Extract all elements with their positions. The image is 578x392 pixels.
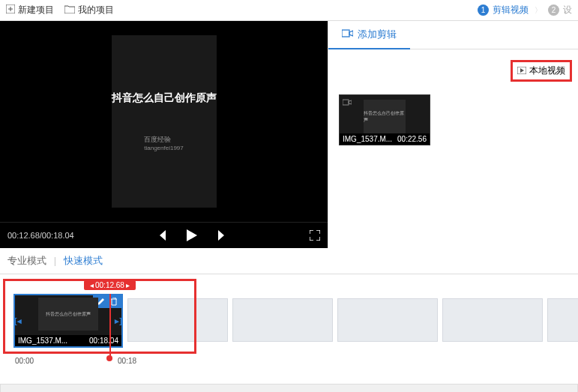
svg-rect-3 bbox=[342, 30, 349, 37]
video-canvas[interactable]: 抖音怎么自己创作原声 百度经验 tiangenfei1997 bbox=[0, 21, 328, 222]
tab-add-label: 添加剪辑 bbox=[358, 28, 397, 41]
empty-slot[interactable] bbox=[547, 298, 578, 342]
step-2-label: 设 bbox=[563, 4, 572, 16]
my-projects-button[interactable]: 我的项目 bbox=[64, 4, 114, 16]
time-display: 00:12.68/00:18.04 bbox=[7, 231, 74, 240]
playback-buttons bbox=[157, 229, 227, 241]
play-button[interactable] bbox=[187, 229, 197, 241]
timeline: [◂ 抖音怎么自己创作原声 ▸] IMG_1537.M... 00:18.04 … bbox=[0, 274, 578, 392]
playhead-line bbox=[109, 294, 111, 357]
top-left-group: 新建项目 我的项目 bbox=[6, 4, 114, 16]
mode-divider: | bbox=[54, 255, 56, 266]
playhead[interactable]: ◂ 00:12.68 ▸ bbox=[84, 280, 136, 290]
video-sub2: tiangenfei1997 bbox=[144, 145, 184, 151]
horizontal-scrollbar[interactable] bbox=[0, 384, 578, 392]
fullscreen-button[interactable] bbox=[310, 230, 320, 241]
clip-label-bar: IMG_1537.M... 00:22.56 bbox=[340, 133, 430, 145]
step-1-number: 1 bbox=[478, 4, 489, 16]
folder-icon bbox=[64, 5, 75, 16]
playhead-dot bbox=[106, 355, 112, 361]
player-controls: 00:12.68/00:18.04 bbox=[0, 222, 328, 248]
svg-rect-5 bbox=[343, 100, 349, 105]
ruler-mark: 00:18 bbox=[118, 357, 136, 365]
clip-preview-text: 抖音怎么自己创作原声 bbox=[364, 110, 406, 124]
chevron-right-icon: 〉 bbox=[535, 5, 542, 16]
clip-duration: 00:22.56 bbox=[397, 135, 427, 143]
local-video-button[interactable]: 本地视频 bbox=[511, 60, 572, 82]
step-2-number: 2 bbox=[548, 4, 559, 16]
camera-small-icon bbox=[343, 98, 352, 107]
play-icon bbox=[517, 66, 526, 76]
camera-icon bbox=[342, 28, 353, 40]
video-player: 抖音怎么自己创作原声 百度经验 tiangenfei1997 00:12.68/… bbox=[0, 21, 328, 248]
step-2[interactable]: 2 设 bbox=[548, 4, 572, 16]
highlight-box bbox=[3, 279, 196, 354]
ruler-mark: 00:00 bbox=[15, 357, 34, 365]
step-1-label: 剪辑视频 bbox=[493, 4, 529, 16]
tab-add-clip[interactable]: 添加剪辑 bbox=[328, 21, 410, 49]
plus-icon bbox=[6, 4, 15, 16]
main-area: 抖音怎么自己创作原声 百度经验 tiangenfei1997 00:12.68/… bbox=[0, 21, 578, 248]
arrow-left-icon: ◂ bbox=[90, 281, 94, 289]
arrow-right-icon: ▸ bbox=[126, 281, 130, 289]
clip-name: IMG_1537.M... bbox=[343, 135, 392, 143]
prev-button[interactable] bbox=[157, 230, 166, 241]
next-button[interactable] bbox=[218, 230, 227, 241]
steps-nav: 1 剪辑视频 〉 2 设 bbox=[478, 4, 572, 16]
video-title-text: 抖音怎么自己创作原声 bbox=[112, 91, 217, 105]
mode-switcher: 专业模式 | 快速模式 bbox=[0, 248, 578, 274]
clip-item[interactable]: 抖音怎么自己创作原声 IMG_1537.M... 00:22.56 bbox=[339, 94, 430, 145]
step-1[interactable]: 1 剪辑视频 bbox=[478, 4, 529, 16]
panel-tabs: 添加剪辑 bbox=[328, 21, 578, 49]
new-project-button[interactable]: 新建项目 bbox=[6, 4, 54, 16]
video-sub1: 百度经验 bbox=[144, 135, 184, 145]
empty-slot[interactable] bbox=[337, 298, 438, 342]
video-preview: 抖音怎么自己创作原声 百度经验 tiangenfei1997 bbox=[112, 35, 217, 208]
playhead-time: 00:12.68 bbox=[95, 281, 124, 289]
empty-slot[interactable] bbox=[442, 298, 543, 342]
time-ruler: 00:00 00:18 bbox=[15, 357, 136, 365]
mode-quick[interactable]: 快速模式 bbox=[64, 255, 103, 266]
my-projects-label: 我的项目 bbox=[78, 4, 114, 16]
local-video-label: 本地视频 bbox=[529, 64, 565, 77]
top-toolbar: 新建项目 我的项目 1 剪辑视频 〉 2 设 bbox=[0, 0, 578, 21]
empty-slot[interactable] bbox=[232, 298, 333, 342]
mode-pro[interactable]: 专业模式 bbox=[7, 255, 46, 266]
clip-panel: 添加剪辑 本地视频 抖音怎么自己创作原声 IMG_1537.M... 00:22… bbox=[328, 21, 578, 248]
playhead-time-label: ◂ 00:12.68 ▸ bbox=[84, 280, 136, 290]
new-project-label: 新建项目 bbox=[18, 4, 54, 16]
